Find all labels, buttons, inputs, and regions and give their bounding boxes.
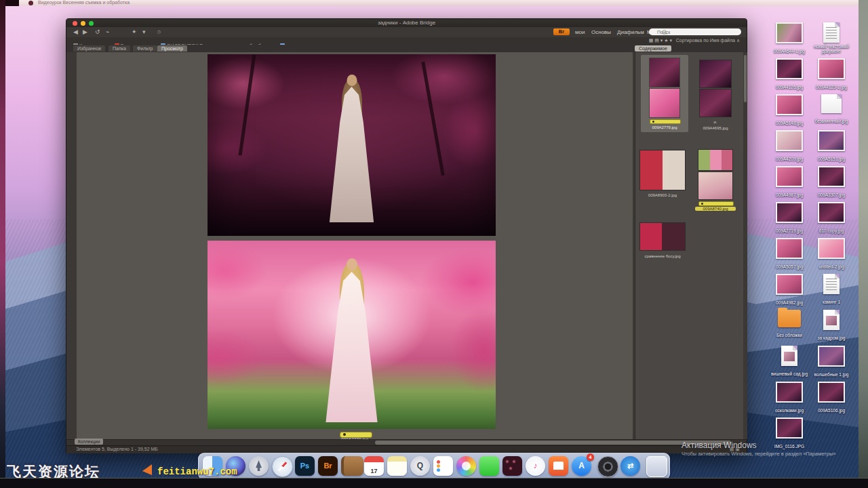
contacts-icon[interactable] bbox=[341, 456, 363, 476]
dvd-player-icon[interactable] bbox=[597, 456, 618, 477]
desktop-icon[interactable]: вишневый сад.jpg bbox=[770, 346, 808, 378]
window-titlebar[interactable]: задники - Adobe Bridge bbox=[66, 19, 747, 27]
photo-booth-icon[interactable] bbox=[502, 456, 522, 476]
horizontal-scrollbar-thumb[interactable] bbox=[375, 441, 731, 445]
desktop-icon-label: 009A5057.jpg bbox=[776, 264, 803, 269]
sort-ascending-icon[interactable]: ∧ bbox=[736, 38, 740, 43]
sort-controls[interactable]: ▦ ▤ ▾ ★ ▾ Сортировка по Имя файла ∧ bbox=[649, 38, 740, 43]
trash-icon[interactable] bbox=[646, 456, 667, 477]
launchpad-icon[interactable] bbox=[249, 456, 269, 476]
quicktime-icon[interactable]: Q bbox=[410, 456, 430, 476]
desktop-icon[interactable]: 009A4982.jpg bbox=[770, 274, 808, 307]
desktop-icon[interactable]: 009A4126.jpg bbox=[770, 58, 808, 92]
compass-needle bbox=[278, 462, 288, 472]
desktop-icon-label: каминг 1 bbox=[823, 300, 840, 304]
tab-content[interactable]: Содержимое bbox=[635, 45, 671, 52]
boomerang-icon[interactable]: ↺ bbox=[95, 28, 100, 35]
tab-favorites[interactable]: Избранное bbox=[73, 45, 105, 52]
app-store-icon[interactable]: A4 bbox=[572, 456, 591, 476]
desktop-icon[interactable]: за кадром.jpg bbox=[812, 310, 850, 342]
sort-label[interactable]: Сортировка по Имя файла bbox=[676, 38, 735, 43]
desktop-icon[interactable]: IMG_0116.JPG bbox=[770, 418, 808, 451]
video-channel-icon bbox=[28, 1, 33, 5]
desktop-icon[interactable]: 009A5148.jpg bbox=[770, 94, 808, 127]
tab-folders[interactable]: Папка bbox=[108, 45, 130, 52]
desktop-icon[interactable]: 009A4209.jpg bbox=[770, 130, 808, 163]
photo-thumbnail bbox=[776, 166, 803, 187]
photo-thumbnail bbox=[776, 274, 803, 295]
view-mode-icons[interactable]: ▦ ▤ ▾ ★ ▾ bbox=[649, 38, 672, 43]
preview-photo-before[interactable] bbox=[208, 54, 496, 236]
photos-icon[interactable] bbox=[456, 456, 476, 476]
desktop-icon[interactable]: untitled-2.jpg bbox=[812, 238, 850, 271]
subject-girl bbox=[308, 256, 396, 424]
desktop-icon[interactable]: 009A5057.jpg bbox=[770, 238, 808, 271]
windows-activation-subtitle: Чтобы активировать Windows, перейдите в … bbox=[682, 451, 851, 457]
desktop-icon[interactable]: Без обложки bbox=[770, 310, 808, 340]
desktop-icon[interactable]: безымянный.jpg bbox=[812, 94, 850, 125]
notes-icon[interactable] bbox=[387, 456, 407, 476]
desktop-icon[interactable]: каминг 1 bbox=[812, 274, 850, 306]
desktop-icon[interactable]: 610 copy.jpg bbox=[812, 202, 850, 235]
workspace-output-chip[interactable]: Br bbox=[553, 28, 570, 35]
desktop-icon[interactable]: новый текстовый документ bbox=[812, 22, 850, 56]
workspace-custom[interactable]: мои bbox=[575, 29, 585, 35]
thumbnail-item[interactable]: и. 009A4695.jpg bbox=[695, 58, 736, 136]
thumbnail-item[interactable]: 009A8740.jpg bbox=[694, 147, 737, 209]
forward-icon[interactable]: ▶ bbox=[83, 28, 87, 35]
itunes-icon[interactable]: ♪ bbox=[526, 456, 545, 476]
desktop-icon[interactable]: осколками.jpg bbox=[770, 382, 808, 415]
desktop-icon-label: 009A5148.jpg bbox=[776, 121, 803, 125]
scrollbar-thumb[interactable] bbox=[744, 55, 747, 102]
desktop-icon[interactable]: 009A5106.jpg bbox=[812, 382, 850, 415]
desktop-icon[interactable]: 009A3307.jpg bbox=[812, 166, 850, 199]
desktop-icon[interactable]: 009A5151.jpg bbox=[812, 130, 850, 163]
thumbnail-item[interactable]: 009A8903-2.jpg bbox=[637, 147, 688, 201]
workspace-essentials[interactable]: Основы bbox=[591, 29, 611, 35]
safari-icon[interactable] bbox=[272, 456, 293, 477]
tree-trunk bbox=[421, 62, 444, 176]
desktop-icon-label: 009A5106.jpg bbox=[818, 408, 845, 413]
reminder-dots bbox=[437, 460, 440, 464]
rotate-icon[interactable]: ○ bbox=[157, 28, 161, 35]
desktop-icon[interactable]: 009A4644-1.jpg bbox=[770, 22, 808, 56]
thumbnail-item-selected[interactable]: 009A2779.jpg bbox=[641, 55, 688, 132]
rating-label[interactable] bbox=[698, 201, 734, 206]
vertical-scrollbar[interactable] bbox=[743, 52, 747, 439]
tab-filter[interactable]: Фильтр bbox=[133, 45, 157, 52]
open-recent-icon[interactable]: ▾ bbox=[142, 28, 146, 35]
head bbox=[347, 75, 357, 86]
back-icon[interactable]: ◀ bbox=[73, 28, 78, 35]
video-title: Видеоурок Весенняя съемка и обработка bbox=[38, 0, 130, 5]
teamviewer-icon[interactable]: ⇄ bbox=[620, 456, 640, 476]
desktop-icon-label: 009A4987.jpg bbox=[776, 192, 803, 197]
desktop-icon-label: untitled-2.jpg bbox=[818, 264, 844, 269]
screen: Видеоурок Весенняя съемка и обработка 00… bbox=[0, 0, 868, 488]
thumb-image bbox=[650, 89, 679, 117]
photoshop-icon[interactable]: Ps bbox=[295, 456, 315, 476]
desktop-icon-label: за кадром.jpg bbox=[818, 336, 846, 340]
bridge-window: задники - Adobe Bridge ◀ ▶ ↺ ⌁ ✦ ▾ ○ Br … bbox=[66, 18, 747, 453]
bridge-icon[interactable]: Br bbox=[318, 456, 338, 476]
rating-label[interactable] bbox=[650, 119, 681, 124]
rocket-glyph bbox=[256, 460, 262, 471]
desktop-icon[interactable]: волшебные 1.jpg bbox=[812, 346, 850, 379]
workspace-filmstrip[interactable]: Диафильм bbox=[617, 29, 644, 35]
preview-photo-after[interactable] bbox=[208, 241, 496, 429]
desktop-icon-label: 009A3307.jpg bbox=[818, 192, 845, 197]
refine-icon[interactable]: ✦ bbox=[132, 28, 137, 35]
desktop-icon[interactable]: 009A2719.jpg bbox=[770, 202, 808, 235]
rating-star-icon bbox=[652, 121, 654, 123]
desktop-icon-label: IMG_0116.JPG bbox=[774, 444, 804, 449]
thumbnail-item[interactable]: сравнение босу.jpg bbox=[637, 220, 688, 261]
calendar-icon[interactable]: 17 bbox=[364, 456, 384, 476]
books-icon[interactable] bbox=[549, 456, 568, 476]
messages-icon[interactable] bbox=[479, 456, 499, 476]
photo-thumbnail bbox=[776, 382, 803, 403]
tab-collections[interactable]: Коллекции bbox=[75, 439, 103, 445]
desktop-icon[interactable]: 009A4123-1.jpg bbox=[812, 58, 850, 92]
reminders-icon[interactable] bbox=[433, 456, 453, 476]
tab-preview[interactable]: Просмотр bbox=[157, 45, 187, 52]
camera-import-icon[interactable]: ⌁ bbox=[106, 28, 109, 35]
desktop-icon[interactable]: 009A4987.jpg bbox=[770, 166, 808, 199]
